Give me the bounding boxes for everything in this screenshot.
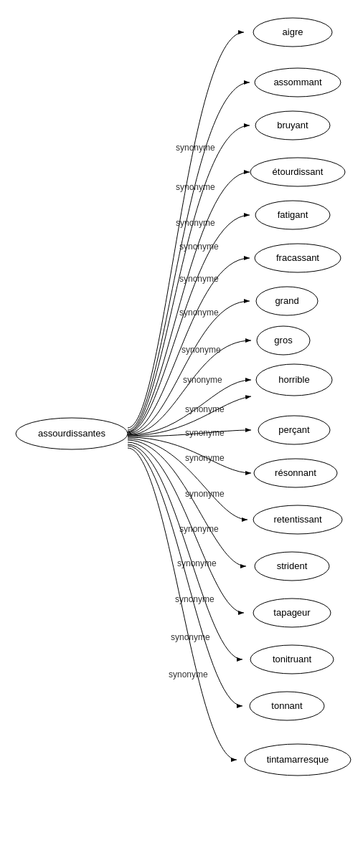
label-grand: grand bbox=[275, 295, 298, 306]
edge-label-tonitruant: synonyme bbox=[171, 632, 210, 642]
edge-label-grand: synonyme bbox=[182, 345, 221, 355]
edge-label-etourdissant: synonyme bbox=[179, 242, 219, 252]
edge-label-bruyant: synonyme bbox=[176, 218, 215, 228]
edge-label-assommant: synonyme bbox=[176, 182, 215, 192]
edge-tonnant bbox=[128, 446, 242, 706]
label-resonnant: résonnant bbox=[275, 467, 316, 478]
edge-aigre bbox=[128, 32, 244, 428]
label-tapageur: tapageur bbox=[273, 607, 311, 618]
edge-label-strident: synonyme bbox=[177, 558, 217, 568]
edge-label-fatigant: synonyme bbox=[179, 274, 219, 284]
label-retentissant: retentissant bbox=[273, 514, 322, 525]
label-aigre: aigre bbox=[283, 27, 303, 37]
edge-label-aigre: synonyme bbox=[176, 143, 215, 153]
label-tintamarresque: tintamarresque bbox=[267, 754, 329, 765]
graph-canvas: assourdissantes synonyme aigre synonyme … bbox=[0, 0, 363, 868]
label-etourdissant: étourdissant bbox=[273, 166, 324, 177]
label-fracassant: fracassant bbox=[276, 252, 319, 263]
edge-grand bbox=[128, 301, 250, 434]
center-label: assourdissantes bbox=[38, 428, 105, 439]
label-tonnant: tonnant bbox=[271, 700, 303, 711]
label-bruyant: bruyant bbox=[277, 120, 308, 130]
edge-label-fracassant: synonyme bbox=[179, 307, 219, 318]
label-gros: gros bbox=[274, 335, 293, 345]
edge-label-retentissant: synonyme bbox=[179, 524, 219, 534]
label-horrible: horrible bbox=[278, 374, 309, 385]
label-tonitruant: tonitruant bbox=[273, 654, 312, 664]
edge-label-tonnant: synonyme bbox=[169, 669, 208, 679]
edge-label-percant: synonyme bbox=[185, 453, 225, 463]
label-assommant: assommant bbox=[273, 77, 322, 87]
edge-retentissant bbox=[128, 439, 248, 520]
label-percant: perçant bbox=[278, 424, 310, 435]
edge-label-horrible-top: synonyme bbox=[185, 404, 225, 414]
label-fatigant: fatigant bbox=[278, 209, 308, 220]
edge-label-gros: synonyme bbox=[183, 375, 222, 385]
label-strident: strident bbox=[277, 561, 308, 571]
